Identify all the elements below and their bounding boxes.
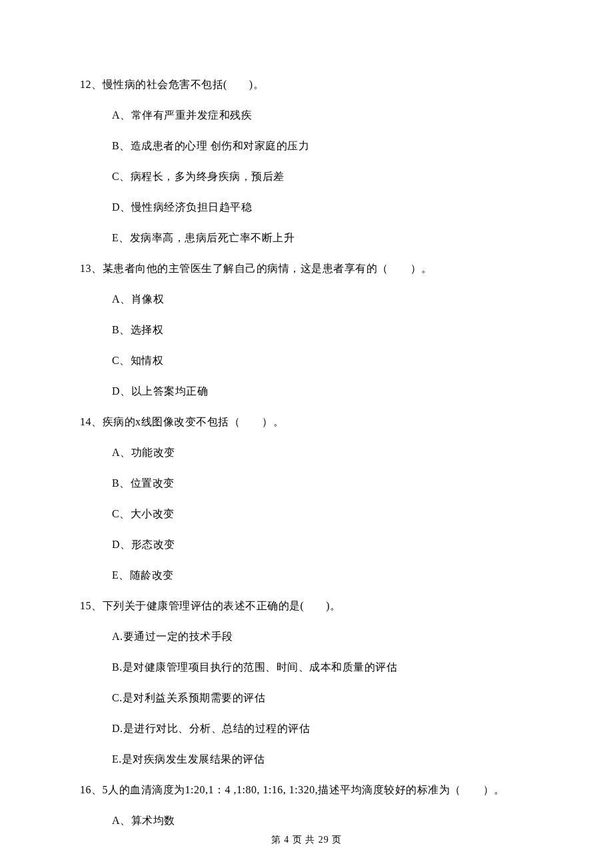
question-number: 13、 — [80, 263, 103, 274]
option-b: B、造成患者的心理 创伤和对家庭的压力 — [112, 138, 533, 154]
question-text: 15、下列关于健康管理评估的表述不正确的是( )。 — [80, 598, 533, 614]
option-c: C、知情权 — [112, 353, 533, 369]
question-body: 下列关于健康管理评估的表述不正确的是( )。 — [103, 600, 341, 611]
option-d: D、慢性病经济负担日趋平稳 — [112, 199, 533, 215]
question-number: 16、 — [80, 784, 103, 795]
option-b: B.是对健康管理项目执行的范围、时间、成本和质量的评估 — [112, 659, 533, 675]
question-16: 16、5人的血清滴度为1:20,1：4 ,1:80, 1:16, 1:320,描… — [80, 782, 533, 829]
option-c: C、病程长，多为终身疾病，预后差 — [112, 169, 533, 185]
option-b: B、选择权 — [112, 322, 533, 338]
question-body: 5人的血清滴度为1:20,1：4 ,1:80, 1:16, 1:320,描述平均… — [103, 784, 505, 795]
question-number: 12、 — [80, 79, 103, 90]
option-b: B、位置改变 — [112, 475, 533, 491]
question-body: 疾病的x线图像改变不包括（ ）。 — [103, 416, 285, 427]
question-15: 15、下列关于健康管理评估的表述不正确的是( )。 A.要通过一定的技术手段 B… — [80, 598, 533, 767]
question-text: 12、慢性病的社会危害不包括( )。 — [80, 77, 533, 93]
option-a: A、常伴有严重并发症和残疾 — [112, 107, 533, 123]
option-d: D、形态改变 — [112, 537, 533, 553]
option-e: E、随龄改变 — [112, 567, 533, 583]
question-body: 某患者向他的主管医生了解自己的病情，这是患者享有的（ ）。 — [103, 263, 432, 274]
question-13: 13、某患者向他的主管医生了解自己的病情，这是患者享有的（ ）。 A、肖像权 B… — [80, 261, 533, 399]
option-c: C.是对利益关系预期需要的评估 — [112, 690, 533, 706]
question-number: 15、 — [80, 600, 103, 611]
question-12: 12、慢性病的社会危害不包括( )。 A、常伴有严重并发症和残疾 B、造成患者的… — [80, 77, 533, 246]
option-a: A.要通过一定的技术手段 — [112, 629, 533, 645]
question-body: 慢性病的社会危害不包括( )。 — [103, 79, 265, 90]
question-14: 14、疾病的x线图像改变不包括（ ）。 A、功能改变 B、位置改变 C、大小改变… — [80, 414, 533, 583]
option-a: A、肖像权 — [112, 291, 533, 307]
question-text: 13、某患者向他的主管医生了解自己的病情，这是患者享有的（ ）。 — [80, 261, 533, 277]
option-a: A、功能改变 — [112, 445, 533, 461]
question-number: 14、 — [80, 416, 103, 427]
option-e: E、发病率高，患病后死亡率不断上升 — [112, 230, 533, 246]
option-d: D、以上答案均正确 — [112, 383, 533, 399]
question-text: 14、疾病的x线图像改变不包括（ ）。 — [80, 414, 533, 430]
option-e: E.是对疾病发生发展结果的评估 — [112, 751, 533, 767]
option-c: C、大小改变 — [112, 506, 533, 522]
option-d: D.是进行对比、分析、总结的过程的评估 — [112, 721, 533, 737]
page-footer: 第 4 页 共 29 页 — [0, 833, 613, 847]
option-a: A、算术均数 — [112, 813, 533, 829]
document-content: 12、慢性病的社会危害不包括( )。 A、常伴有严重并发症和残疾 B、造成患者的… — [0, 0, 613, 829]
question-text: 16、5人的血清滴度为1:20,1：4 ,1:80, 1:16, 1:320,描… — [80, 782, 533, 798]
